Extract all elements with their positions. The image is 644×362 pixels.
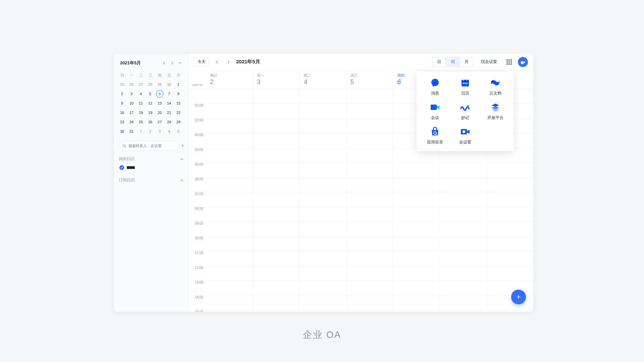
mini-date-cell[interactable]: 25: [136, 117, 146, 127]
day-column[interactable]: [300, 89, 346, 312]
add-calendar-button[interactable]: +: [181, 142, 184, 149]
mini-collapse[interactable]: [177, 60, 183, 66]
mini-date-cell[interactable]: 24: [127, 117, 136, 127]
mini-date-cell[interactable]: 14: [164, 99, 174, 108]
mini-date-cell[interactable]: 15: [174, 99, 183, 108]
day-header[interactable]: 周三5: [346, 70, 393, 89]
mini-date-cell[interactable]: 2: [146, 127, 155, 136]
view-month-tab[interactable]: 月: [460, 57, 473, 66]
mini-date-cell[interactable]: 8: [174, 89, 183, 99]
day-column[interactable]: [253, 89, 300, 312]
search-icon: [122, 144, 126, 148]
mini-date-cell[interactable]: 2: [117, 89, 127, 99]
app-video[interactable]: 会议: [420, 102, 450, 121]
mini-date-cell[interactable]: 5: [146, 89, 155, 99]
mini-date-cell[interactable]: 28: [164, 117, 174, 127]
mini-date-cell[interactable]: 9: [117, 99, 127, 108]
mini-date-cell[interactable]: 11: [136, 99, 146, 108]
mini-date-cell[interactable]: 20: [155, 108, 164, 117]
mini-date-cell[interactable]: 4: [164, 127, 174, 136]
mini-date-cell[interactable]: 28: [146, 80, 155, 89]
mini-date-cell[interactable]: 22: [174, 108, 183, 117]
mini-date-cell[interactable]: 27: [155, 117, 164, 127]
grid-icon: [506, 59, 512, 65]
mini-date-cell[interactable]: 6: [155, 89, 164, 99]
mini-date-cell[interactable]: 27: [136, 80, 146, 89]
brand-badge[interactable]: [518, 57, 528, 67]
bag-icon: [430, 127, 440, 137]
mini-date-cell[interactable]: 13: [155, 99, 164, 108]
calendar-item[interactable]: [119, 162, 183, 173]
mini-date-cell[interactable]: 17: [127, 108, 136, 117]
calendar-icon: [460, 78, 470, 88]
mini-date-cell[interactable]: 21: [164, 108, 174, 117]
search-contacts-input[interactable]: [128, 144, 175, 148]
my-calendars-section[interactable]: 我的日历: [119, 156, 183, 162]
mini-date-cell[interactable]: 30: [164, 80, 174, 89]
mini-date-cell[interactable]: 29: [155, 80, 164, 89]
topbar: 今天 2021年5月 日 周 月 找会议室: [189, 54, 533, 70]
page-caption: 企业 OA: [0, 328, 644, 341]
app-wave[interactable]: 妙记: [450, 102, 480, 121]
apps-grid-button[interactable]: [504, 57, 514, 67]
mini-date-cell[interactable]: 3: [155, 127, 164, 136]
view-day-tab[interactable]: 日: [432, 57, 446, 66]
mini-date-cell[interactable]: 30: [117, 127, 127, 136]
mini-date-cell[interactable]: 29: [174, 117, 183, 127]
time-label: 03:00: [195, 133, 203, 137]
calendar-app-window: 2021年5月 日一二三四五六2526272829301234567891011…: [114, 54, 533, 312]
app-bag[interactable]: 应用目录: [420, 127, 450, 145]
day-header[interactable]: 周一3: [253, 70, 300, 89]
docs-icon: [490, 78, 500, 88]
sidebar: 2021年5月 日一二三四五六2526272829301234567891011…: [114, 54, 189, 312]
time-label: 08:00: [195, 207, 203, 210]
mini-date-cell[interactable]: 26: [146, 117, 155, 127]
time-label: 04:00: [195, 148, 203, 152]
app-calendar[interactable]: 日历: [450, 78, 480, 96]
prev-week-button[interactable]: [213, 58, 221, 66]
app-label: 应用目录: [427, 139, 443, 145]
mini-weekday-header: 日: [117, 70, 127, 80]
mini-date-cell[interactable]: 16: [117, 108, 127, 117]
next-week-button[interactable]: [225, 58, 232, 66]
search-contacts-input-wrap[interactable]: [119, 141, 178, 151]
app-label: 会议: [431, 115, 439, 121]
mini-date-cell[interactable]: 18: [136, 108, 146, 117]
calendar-checkbox[interactable]: [119, 165, 124, 170]
view-week-tab[interactable]: 周: [446, 57, 460, 66]
mini-next-month[interactable]: [169, 60, 175, 66]
mini-date-cell[interactable]: 1: [136, 127, 146, 136]
mini-date-cell[interactable]: 26: [127, 80, 136, 89]
find-meeting-room-button[interactable]: 找会议室: [478, 57, 500, 66]
mini-date-cell[interactable]: 23: [117, 117, 127, 127]
time-label: 10:00: [195, 236, 203, 240]
time-label: 02:00: [195, 118, 203, 122]
create-event-fab[interactable]: +: [511, 290, 526, 304]
mini-calendar[interactable]: 日一二三四五六252627282930123456789101112131415…: [114, 70, 188, 136]
day-column[interactable]: [206, 89, 253, 312]
svg-rect-11: [431, 105, 437, 110]
mini-date-cell[interactable]: 31: [127, 127, 136, 136]
mini-date-cell[interactable]: 4: [136, 89, 146, 99]
app-stack[interactable]: 开放平台: [480, 102, 511, 121]
app-chat[interactable]: 消息: [420, 78, 450, 96]
mini-date-cell[interactable]: 19: [146, 108, 155, 117]
mini-date-cell[interactable]: 10: [127, 99, 136, 108]
mini-date-cell[interactable]: 25: [117, 80, 127, 89]
app-cam-room[interactable]: 会议室: [450, 127, 480, 145]
subscribed-calendars-section[interactable]: 订阅日历: [119, 177, 183, 183]
day-column[interactable]: [346, 89, 393, 312]
day-header[interactable]: 周日2: [206, 70, 253, 89]
mini-date-cell[interactable]: 12: [146, 99, 155, 108]
app-docs[interactable]: 云文档: [480, 78, 511, 96]
mini-date-cell[interactable]: 1: [174, 80, 183, 89]
svg-rect-3: [433, 83, 437, 83]
mini-date-cell[interactable]: 5: [174, 127, 183, 136]
today-button[interactable]: 今天: [194, 57, 209, 67]
mini-weekday-header: 五: [164, 70, 174, 80]
mini-date-cell[interactable]: 3: [127, 89, 136, 99]
mini-prev-month[interactable]: [161, 60, 167, 66]
mini-date-cell[interactable]: 7: [164, 89, 174, 99]
main-calendar-view: 今天 2021年5月 日 周 月 找会议室 GMT+8 周日2周一3周二4周三5…: [189, 54, 533, 312]
day-header[interactable]: 周二4: [300, 70, 346, 89]
